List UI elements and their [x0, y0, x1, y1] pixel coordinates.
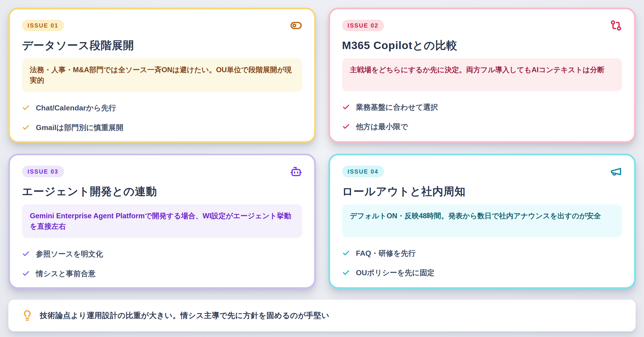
check-item: 参照ソースを明文化 — [22, 249, 302, 258]
summary-banner: 技術論点より運用設計の比重が大きい。情シス主導で先に方針を固めるのが手堅い — [8, 299, 636, 331]
issue-badge: ISSUE 02 — [342, 20, 384, 31]
highlight-note: 法務・人事・M&A部門では全ソース一斉ONは避けたい。OU単位で段階展開が現実的 — [22, 58, 302, 92]
check-icon — [22, 104, 30, 112]
issue-badge: ISSUE 04 — [342, 166, 384, 177]
card-title: ロールアウトと社内周知 — [342, 185, 622, 197]
card-header: ISSUE 01 — [22, 20, 302, 32]
highlight-note: デフォルトON・反映48時間。発表から数日で社内アナウンスを出すのが安全 — [342, 204, 622, 237]
check-icon — [342, 269, 350, 277]
highlight-text: 法務・人事・M&A部門では全ソース一斉ONは避けたい。OU単位で段階展開が現実的 — [30, 65, 294, 86]
check-label: Chat/Calendarから先行 — [36, 104, 116, 112]
card-header: ISSUE 03 — [22, 165, 302, 178]
check-label: OUポリシーを先に固定 — [356, 268, 435, 277]
card-title: エージェント開発との連動 — [22, 185, 302, 197]
issue-card-01: ISSUE 01 データソース段階展開 法務・人事・M&A部門では全ソース一斉O… — [8, 8, 316, 143]
lightbulb-icon — [22, 310, 33, 321]
summary-text: 技術論点より運用設計の比重が大きい。情シス主導で先に方針を固めるのが手堅い — [40, 310, 330, 321]
check-item: Chat/Calendarから先行 — [22, 104, 302, 112]
highlight-note: 主戦場をどちらにするか先に決定。両方フル導入してもAIコンテキストは分断 — [342, 58, 622, 91]
check-item: 他方は最小限で — [342, 122, 622, 131]
check-item: 業務基盤に合わせて選択 — [342, 103, 622, 112]
check-label: FAQ・研修を先行 — [356, 249, 416, 258]
card-title: データソース段階展開 — [22, 39, 302, 51]
issue-card-04: ISSUE 04 ロールアウトと社内周知 デフォルトON・反映48時間。発表から… — [328, 154, 636, 289]
issue-badge: ISSUE 01 — [22, 20, 64, 31]
card-header: ISSUE 02 — [342, 20, 622, 32]
issue-card-02: ISSUE 02 M365 Copilotとの比較 主戦場をどちらにするか先に決… — [328, 8, 636, 143]
highlight-note: Gemini Enterprise Agent Platformで開発する場合、… — [22, 204, 302, 238]
card-header: ISSUE 04 — [342, 165, 622, 178]
issues-board: ISSUE 01 データソース段階展開 法務・人事・M&A部門では全ソース一斉O… — [0, 0, 644, 337]
issue-card-03: ISSUE 03 エージェント開発との連動 Gemini Enterprise … — [8, 154, 316, 289]
card-title: M365 Copilotとの比較 — [342, 39, 622, 51]
check-item: Gmailは部門別に慎重展開 — [22, 123, 302, 132]
highlight-text: Gemini Enterprise Agent Platformで開発する場合、… — [30, 211, 294, 232]
check-list: 参照ソースを明文化 情シスと事前合意 — [22, 249, 302, 278]
megaphone-icon — [610, 165, 622, 178]
check-icon — [342, 103, 350, 111]
check-icon — [22, 270, 30, 277]
check-label: 他方は最小限で — [356, 122, 408, 131]
check-list: 業務基盤に合わせて選択 他方は最小限で — [342, 103, 622, 131]
highlight-text: デフォルトON・反映48時間。発表から数日で社内アナウンスを出すのが安全 — [350, 211, 614, 221]
issue-card-grid: ISSUE 01 データソース段階展開 法務・人事・M&A部門では全ソース一斉O… — [8, 8, 636, 289]
issue-badge: ISSUE 03 — [22, 166, 64, 177]
toggle-icon — [290, 20, 302, 32]
check-label: 業務基盤に合わせて選択 — [356, 103, 438, 112]
bot-icon — [290, 165, 302, 178]
check-item: OUポリシーを先に固定 — [342, 268, 622, 277]
check-label: 参照ソースを明文化 — [36, 249, 103, 258]
check-item: 情シスと事前合意 — [22, 269, 302, 278]
check-label: Gmailは部門別に慎重展開 — [36, 123, 123, 132]
highlight-text: 主戦場をどちらにするか先に決定。両方フル導入してもAIコンテキストは分断 — [350, 65, 614, 75]
check-list: FAQ・研修を先行 OUポリシーを先に固定 — [342, 249, 622, 277]
git-compare-icon — [610, 20, 622, 32]
check-item: FAQ・研修を先行 — [342, 249, 622, 258]
check-icon — [342, 123, 350, 131]
check-icon — [22, 124, 30, 131]
check-label: 情シスと事前合意 — [36, 269, 96, 278]
check-list: Chat/Calendarから先行 Gmailは部門別に慎重展開 — [22, 104, 302, 132]
check-icon — [22, 250, 30, 258]
check-icon — [342, 249, 350, 257]
